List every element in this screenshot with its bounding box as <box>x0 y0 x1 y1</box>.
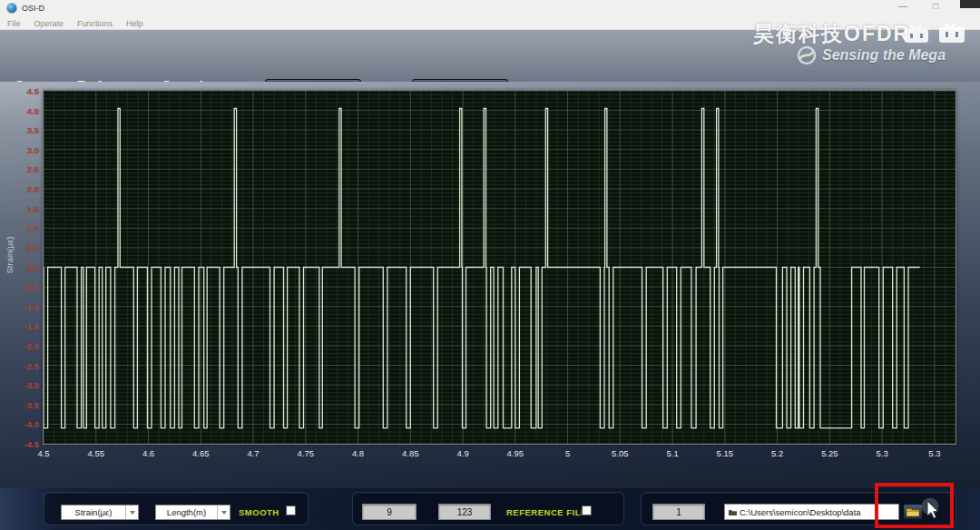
y-tick-label: 1.5 <box>0 204 39 214</box>
brand-lockup: Sensing the Mega <box>797 45 946 65</box>
units-group: Strain(με) Length(m) SMOOTH <box>44 492 309 525</box>
x-tick-label: 4.75 <box>298 448 315 458</box>
y-tick-label: -2.5 <box>0 361 39 371</box>
data-path-input[interactable]: C:\Users\semicon\Desktop\data <box>724 504 899 520</box>
chevron-down-icon <box>125 505 138 519</box>
y-tick-label: -2.0 <box>0 341 39 351</box>
x-tick-label: 4.65 <box>192 448 210 458</box>
maximize-button[interactable]: □ <box>929 1 942 11</box>
screen-corner-overlay <box>960 0 980 8</box>
y-tick-label: 1.0 <box>0 223 39 233</box>
y-tick-label: 4.0 <box>0 106 39 116</box>
chevron-down-icon <box>217 505 230 519</box>
y-tick-label: -4.5 <box>0 439 39 449</box>
y-tick-label: -1.5 <box>0 321 39 331</box>
x-tick-label: 4.95 <box>507 448 524 458</box>
bilibili-logo-icon <box>903 23 975 48</box>
chart-panel: Strain(με) 4.54.03.53.02.52.01.51.00.50.… <box>0 82 980 488</box>
x-tick-label: 5.25 <box>821 448 838 458</box>
field-b-input[interactable]: 123 <box>438 504 491 520</box>
app-logo-icon <box>6 3 17 14</box>
smooth-checkbox[interactable] <box>286 505 296 515</box>
x-tick-label: 4.6 <box>142 448 154 458</box>
menu-item-functions[interactable]: Functions <box>77 19 113 28</box>
strain-plot[interactable] <box>43 90 956 445</box>
waveform-canvas[interactable] <box>44 91 956 444</box>
y-unit-dropdown[interactable]: Strain(με) <box>61 505 139 520</box>
y-tick-label: -3.5 <box>0 400 39 410</box>
minimize-button[interactable]: — <box>897 1 909 11</box>
mouse-cursor-icon <box>920 497 947 528</box>
channel-input[interactable]: 1 <box>652 504 705 520</box>
y-tick-label: 2.0 <box>0 184 39 194</box>
x-tick-label: 5 <box>565 448 570 458</box>
y-tick-label: 3.0 <box>0 145 39 155</box>
y-tick-label: 3.5 <box>0 125 39 135</box>
y-tick-label: -3.0 <box>0 380 39 390</box>
application-window: OSI-D —□× FileOperateFunctionsHelp Captu… <box>0 0 980 530</box>
y-tick-label: 0.0 <box>0 263 39 273</box>
x-tick-label: 5.05 <box>612 448 629 458</box>
watermark-text: 昊衡科技OFDR <box>753 20 910 48</box>
path-glyph-icon <box>729 508 737 516</box>
x-tick-label: 4.7 <box>247 448 259 458</box>
bottom-control-bar: Strain(με) Length(m) SMOOTH 9 123 REFERE… <box>0 488 980 530</box>
x-tick-label: 4.55 <box>88 448 105 458</box>
y-tick-label: 0.5 <box>0 243 39 253</box>
brand-text: Sensing the Mega <box>822 47 946 64</box>
menu-item-help[interactable]: Help <box>126 19 143 28</box>
x-tick-label: 5.3 <box>928 448 940 458</box>
x-tick-label: 5.1 <box>666 448 678 458</box>
x-tick-label: 5.3 <box>877 448 888 458</box>
x-tick-label: 4.9 <box>456 448 468 458</box>
x-tick-label: 4.5 <box>37 448 49 458</box>
menu-item-operate[interactable]: Operate <box>34 19 64 28</box>
title-bar: OSI-D —□× <box>0 0 980 17</box>
reference-file-checkbox[interactable] <box>582 505 592 515</box>
x-unit-dropdown[interactable]: Length(m) <box>155 505 230 520</box>
smooth-label: SMOOTH <box>239 507 279 517</box>
y-tick-label: -0.5 <box>0 282 39 292</box>
y-tick-label: -4.0 <box>0 419 39 429</box>
window-title: OSI-D <box>22 4 44 13</box>
y-tick-label: 4.5 <box>0 86 39 96</box>
brand-swoosh-icon <box>797 45 817 65</box>
y-tick-label: 2.5 <box>0 164 39 174</box>
menu-item-file[interactable]: File <box>7 19 21 28</box>
y-tick-label: -1.0 <box>0 302 39 312</box>
field-a-input[interactable]: 9 <box>362 504 416 520</box>
x-tick-label: 5.2 <box>771 448 783 458</box>
reference-file-label: REFERENCE FILE <box>506 507 587 517</box>
reference-group: 9 123 REFERENCE FILE <box>352 492 624 525</box>
x-tick-label: 5.15 <box>717 448 734 458</box>
x-tick-label: 4.85 <box>402 448 419 458</box>
x-tick-label: 4.8 <box>352 448 364 458</box>
